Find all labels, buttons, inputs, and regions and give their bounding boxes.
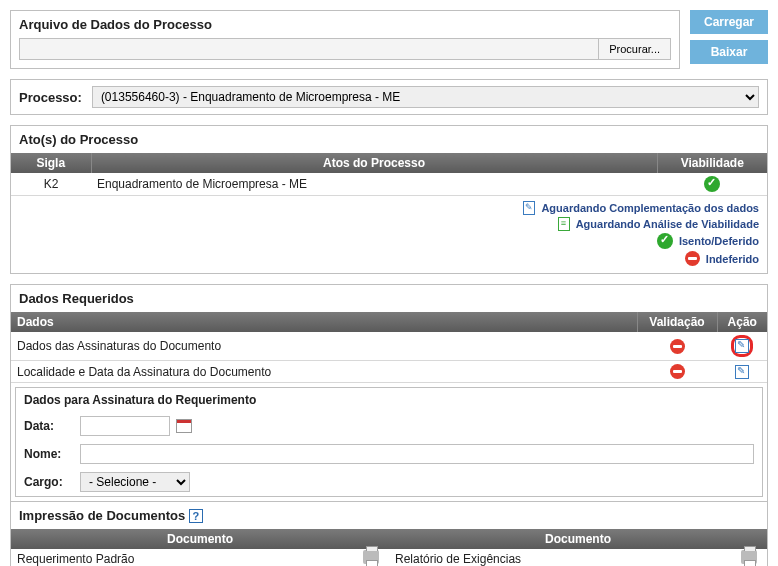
data-input[interactable] <box>80 416 170 436</box>
cell-acao <box>717 332 767 361</box>
doc-cell: Requerimento Padrão <box>11 549 349 566</box>
legend-item: Isento/Deferido <box>679 235 759 247</box>
cell-acao <box>717 361 767 383</box>
cell-dados: Dados das Assinaturas do Documento <box>11 332 637 361</box>
cell-validacao <box>637 332 717 361</box>
assinatura-title: Dados para Assinatura do Requerimento <box>16 388 762 412</box>
cell-validacao <box>637 361 717 383</box>
legend-item: Aguardando Análise de Viabilidade <box>576 218 759 230</box>
dados-table: Dados Validação Ação Dados das Assinatur… <box>11 312 767 383</box>
check-icon <box>657 233 673 249</box>
browse-button[interactable]: Procurar... <box>598 38 671 60</box>
data-label: Data: <box>24 419 74 433</box>
legend-item: Aguardando Complementação dos dados <box>541 202 759 214</box>
print-icon[interactable] <box>741 550 757 564</box>
atos-panel: Ato(s) do Processo Sigla Atos do Process… <box>10 125 768 274</box>
highlight-ring <box>731 335 753 357</box>
carregar-button[interactable]: Carregar <box>690 10 768 34</box>
stop-icon <box>670 339 685 354</box>
table-row: Localidade e Data da Assinatura do Docum… <box>11 361 767 383</box>
processo-label: Processo: <box>19 90 82 105</box>
nome-input[interactable] <box>80 444 754 464</box>
assinatura-panel: Dados para Assinatura do Requerimento Da… <box>15 387 763 497</box>
col-documento: Documento <box>11 529 389 549</box>
help-icon[interactable]: ? <box>189 509 203 523</box>
stop-icon <box>685 251 700 266</box>
atos-table: Sigla Atos do Processo Viabilidade K2 En… <box>11 153 767 196</box>
table-row: Dados das Assinaturas do Documento <box>11 332 767 361</box>
dados-panel: Dados Requeridos Dados Validação Ação Da… <box>10 284 768 566</box>
col-viabilidade: Viabilidade <box>657 153 767 173</box>
cell-ato: Enquadramento de Microempresa - ME <box>91 173 657 196</box>
doc-analysis-icon <box>558 217 570 231</box>
col-acao: Ação <box>717 312 767 332</box>
doc-cell: Relatório de Exigências <box>389 549 727 566</box>
edit-icon[interactable] <box>735 339 749 353</box>
col-atos: Atos do Processo <box>91 153 657 173</box>
stop-icon <box>670 364 685 379</box>
col-documento: Documento <box>389 529 767 549</box>
cargo-select[interactable]: - Selecione - <box>80 472 190 492</box>
cargo-label: Cargo: <box>24 475 74 489</box>
calendar-icon[interactable] <box>176 419 192 433</box>
file-path-display <box>19 38 599 60</box>
impressao-title: Impressão de Documentos ? <box>11 501 767 529</box>
col-dados: Dados <box>11 312 637 332</box>
processo-select[interactable]: (013556460-3) - Enquadramento de Microem… <box>92 86 759 108</box>
atos-title: Ato(s) do Processo <box>11 126 767 153</box>
edit-icon[interactable] <box>735 365 749 379</box>
nome-label: Nome: <box>24 447 74 461</box>
cell-viabilidade <box>657 173 767 196</box>
col-validacao: Validação <box>637 312 717 332</box>
dados-title: Dados Requeridos <box>11 285 767 312</box>
table-row: K2 Enquadramento de Microempresa - ME <box>11 173 767 196</box>
file-upload-title: Arquivo de Dados do Processo <box>11 11 679 38</box>
cell-dados: Localidade e Data da Assinatura do Docum… <box>11 361 637 383</box>
col-sigla: Sigla <box>11 153 91 173</box>
check-icon <box>704 176 720 192</box>
file-upload-panel: Arquivo de Dados do Processo Procurar... <box>10 10 680 69</box>
baixar-button[interactable]: Baixar <box>690 40 768 64</box>
legend: Aguardando Complementação dos dados Agua… <box>11 196 767 273</box>
print-icon[interactable] <box>363 550 379 564</box>
processo-row: Processo: (013556460-3) - Enquadramento … <box>10 79 768 115</box>
legend-item: Indeferido <box>706 253 759 265</box>
doc-grid: Documento Documento Requerimento Padrão … <box>11 529 767 566</box>
cell-sigla: K2 <box>11 173 91 196</box>
doc-pending-icon <box>523 201 535 215</box>
